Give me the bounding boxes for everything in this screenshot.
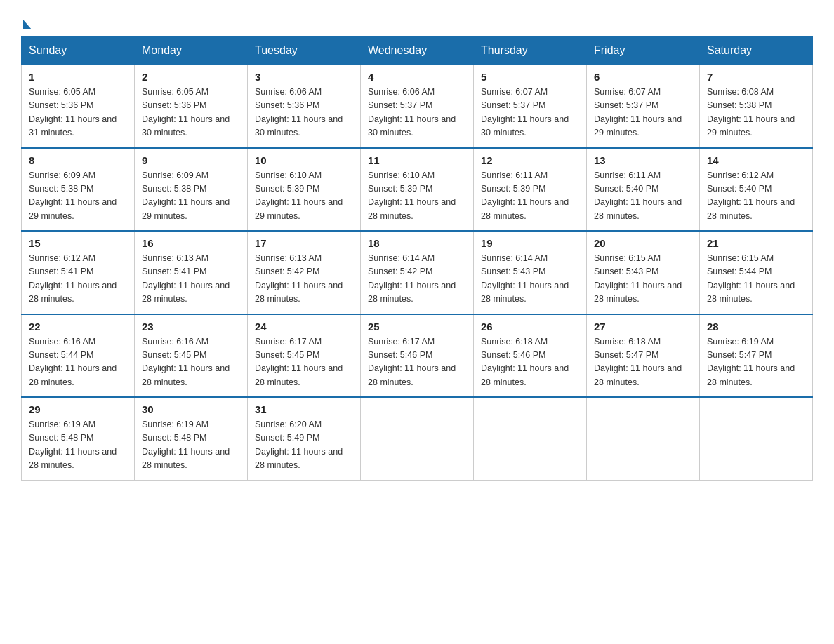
day-info: Sunrise: 6:06 AMSunset: 5:36 PMDaylight:… xyxy=(255,86,353,140)
column-header-friday: Friday xyxy=(587,37,700,65)
day-number: 1 xyxy=(29,71,127,83)
day-info: Sunrise: 6:20 AMSunset: 5:49 PMDaylight:… xyxy=(255,418,353,473)
calendar-cell: 9Sunrise: 6:09 AMSunset: 5:38 PMDaylight… xyxy=(135,148,248,232)
column-header-thursday: Thursday xyxy=(474,37,587,65)
day-info: Sunrise: 6:19 AMSunset: 5:48 PMDaylight:… xyxy=(29,418,127,473)
day-number: 22 xyxy=(29,321,127,333)
day-number: 12 xyxy=(481,154,579,166)
calendar-cell: 13Sunrise: 6:11 AMSunset: 5:40 PMDayligh… xyxy=(587,148,700,232)
calendar-header-row: SundayMondayTuesdayWednesdayThursdayFrid… xyxy=(22,37,813,65)
calendar-cell: 18Sunrise: 6:14 AMSunset: 5:42 PMDayligh… xyxy=(361,231,474,314)
day-info: Sunrise: 6:18 AMSunset: 5:46 PMDaylight:… xyxy=(481,335,579,390)
day-info: Sunrise: 6:10 AMSunset: 5:39 PMDaylight:… xyxy=(255,169,353,224)
calendar-cell xyxy=(700,397,813,480)
week-row-4: 22Sunrise: 6:16 AMSunset: 5:44 PMDayligh… xyxy=(22,314,813,398)
calendar-cell: 25Sunrise: 6:17 AMSunset: 5:46 PMDayligh… xyxy=(361,314,474,398)
calendar-cell: 19Sunrise: 6:14 AMSunset: 5:43 PMDayligh… xyxy=(474,231,587,314)
day-info: Sunrise: 6:11 AMSunset: 5:40 PMDaylight:… xyxy=(594,169,692,224)
logo-triangle-icon xyxy=(23,20,32,29)
day-number: 6 xyxy=(594,71,692,83)
calendar-cell: 3Sunrise: 6:06 AMSunset: 5:36 PMDaylight… xyxy=(248,65,361,148)
day-number: 4 xyxy=(368,71,466,83)
day-info: Sunrise: 6:17 AMSunset: 5:45 PMDaylight:… xyxy=(255,335,353,390)
calendar-cell: 29Sunrise: 6:19 AMSunset: 5:48 PMDayligh… xyxy=(22,397,135,480)
week-row-5: 29Sunrise: 6:19 AMSunset: 5:48 PMDayligh… xyxy=(22,397,813,480)
column-header-saturday: Saturday xyxy=(700,37,813,65)
day-info: Sunrise: 6:07 AMSunset: 5:37 PMDaylight:… xyxy=(594,86,692,140)
page-header xyxy=(21,17,813,28)
day-number: 29 xyxy=(29,403,127,415)
calendar-cell: 26Sunrise: 6:18 AMSunset: 5:46 PMDayligh… xyxy=(474,314,587,398)
day-info: Sunrise: 6:09 AMSunset: 5:38 PMDaylight:… xyxy=(29,169,127,224)
calendar-cell xyxy=(474,397,587,480)
day-info: Sunrise: 6:12 AMSunset: 5:41 PMDaylight:… xyxy=(29,252,127,307)
column-header-wednesday: Wednesday xyxy=(361,37,474,65)
day-info: Sunrise: 6:14 AMSunset: 5:43 PMDaylight:… xyxy=(481,252,579,307)
day-number: 15 xyxy=(29,237,127,249)
day-number: 25 xyxy=(368,321,466,333)
week-row-1: 1Sunrise: 6:05 AMSunset: 5:36 PMDaylight… xyxy=(22,65,813,148)
day-info: Sunrise: 6:10 AMSunset: 5:39 PMDaylight:… xyxy=(368,169,466,224)
calendar-cell: 1Sunrise: 6:05 AMSunset: 5:36 PMDaylight… xyxy=(22,65,135,148)
day-info: Sunrise: 6:17 AMSunset: 5:46 PMDaylight:… xyxy=(368,335,466,390)
week-row-3: 15Sunrise: 6:12 AMSunset: 5:41 PMDayligh… xyxy=(22,231,813,314)
calendar-cell: 6Sunrise: 6:07 AMSunset: 5:37 PMDaylight… xyxy=(587,65,700,148)
calendar-cell xyxy=(587,397,700,480)
calendar-cell: 28Sunrise: 6:19 AMSunset: 5:47 PMDayligh… xyxy=(700,314,813,398)
column-header-sunday: Sunday xyxy=(22,37,135,65)
calendar-cell: 23Sunrise: 6:16 AMSunset: 5:45 PMDayligh… xyxy=(135,314,248,398)
calendar-cell: 15Sunrise: 6:12 AMSunset: 5:41 PMDayligh… xyxy=(22,231,135,314)
day-number: 9 xyxy=(142,154,240,166)
logo xyxy=(21,17,32,28)
calendar-cell: 12Sunrise: 6:11 AMSunset: 5:39 PMDayligh… xyxy=(474,148,587,232)
day-number: 11 xyxy=(368,154,466,166)
day-info: Sunrise: 6:19 AMSunset: 5:48 PMDaylight:… xyxy=(142,418,240,473)
day-number: 5 xyxy=(481,71,579,83)
day-number: 14 xyxy=(707,154,805,166)
day-number: 7 xyxy=(707,71,805,83)
calendar-cell: 17Sunrise: 6:13 AMSunset: 5:42 PMDayligh… xyxy=(248,231,361,314)
day-number: 26 xyxy=(481,321,579,333)
day-number: 23 xyxy=(142,321,240,333)
day-number: 27 xyxy=(594,321,692,333)
day-info: Sunrise: 6:13 AMSunset: 5:41 PMDaylight:… xyxy=(142,252,240,307)
day-number: 24 xyxy=(255,321,353,333)
day-number: 3 xyxy=(255,71,353,83)
calendar-cell xyxy=(361,397,474,480)
day-info: Sunrise: 6:05 AMSunset: 5:36 PMDaylight:… xyxy=(29,86,127,140)
day-info: Sunrise: 6:05 AMSunset: 5:36 PMDaylight:… xyxy=(142,86,240,140)
day-info: Sunrise: 6:16 AMSunset: 5:45 PMDaylight:… xyxy=(142,335,240,390)
calendar-cell: 20Sunrise: 6:15 AMSunset: 5:43 PMDayligh… xyxy=(587,231,700,314)
day-number: 17 xyxy=(255,237,353,249)
calendar-cell: 10Sunrise: 6:10 AMSunset: 5:39 PMDayligh… xyxy=(248,148,361,232)
calendar-cell: 7Sunrise: 6:08 AMSunset: 5:38 PMDaylight… xyxy=(700,65,813,148)
day-number: 21 xyxy=(707,237,805,249)
day-info: Sunrise: 6:13 AMSunset: 5:42 PMDaylight:… xyxy=(255,252,353,307)
day-info: Sunrise: 6:09 AMSunset: 5:38 PMDaylight:… xyxy=(142,169,240,224)
week-row-2: 8Sunrise: 6:09 AMSunset: 5:38 PMDaylight… xyxy=(22,148,813,232)
column-header-tuesday: Tuesday xyxy=(248,37,361,65)
day-info: Sunrise: 6:16 AMSunset: 5:44 PMDaylight:… xyxy=(29,335,127,390)
day-info: Sunrise: 6:07 AMSunset: 5:37 PMDaylight:… xyxy=(481,86,579,140)
day-number: 10 xyxy=(255,154,353,166)
day-number: 19 xyxy=(481,237,579,249)
calendar-cell: 21Sunrise: 6:15 AMSunset: 5:44 PMDayligh… xyxy=(700,231,813,314)
calendar-cell: 4Sunrise: 6:06 AMSunset: 5:37 PMDaylight… xyxy=(361,65,474,148)
day-info: Sunrise: 6:08 AMSunset: 5:38 PMDaylight:… xyxy=(707,86,805,140)
day-info: Sunrise: 6:15 AMSunset: 5:44 PMDaylight:… xyxy=(707,252,805,307)
day-number: 8 xyxy=(29,154,127,166)
day-info: Sunrise: 6:06 AMSunset: 5:37 PMDaylight:… xyxy=(368,86,466,140)
calendar-cell: 16Sunrise: 6:13 AMSunset: 5:41 PMDayligh… xyxy=(135,231,248,314)
day-number: 20 xyxy=(594,237,692,249)
calendar-cell: 30Sunrise: 6:19 AMSunset: 5:48 PMDayligh… xyxy=(135,397,248,480)
day-info: Sunrise: 6:15 AMSunset: 5:43 PMDaylight:… xyxy=(594,252,692,307)
calendar-cell: 14Sunrise: 6:12 AMSunset: 5:40 PMDayligh… xyxy=(700,148,813,232)
day-number: 30 xyxy=(142,403,240,415)
column-header-monday: Monday xyxy=(135,37,248,65)
calendar-cell: 22Sunrise: 6:16 AMSunset: 5:44 PMDayligh… xyxy=(22,314,135,398)
day-info: Sunrise: 6:11 AMSunset: 5:39 PMDaylight:… xyxy=(481,169,579,224)
day-info: Sunrise: 6:12 AMSunset: 5:40 PMDaylight:… xyxy=(707,169,805,224)
calendar-cell: 24Sunrise: 6:17 AMSunset: 5:45 PMDayligh… xyxy=(248,314,361,398)
calendar-cell: 27Sunrise: 6:18 AMSunset: 5:47 PMDayligh… xyxy=(587,314,700,398)
day-info: Sunrise: 6:14 AMSunset: 5:42 PMDaylight:… xyxy=(368,252,466,307)
